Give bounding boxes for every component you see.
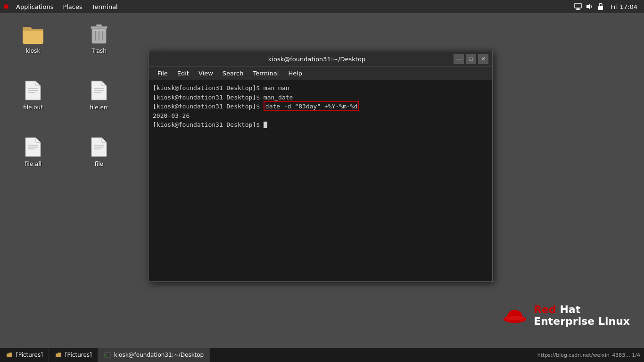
menu-view[interactable]: View xyxy=(194,69,218,78)
topbar-applications[interactable]: Applications xyxy=(11,2,58,11)
menu-edit[interactable]: Edit xyxy=(173,69,194,78)
file-all-icon xyxy=(22,136,44,158)
svg-marker-3 xyxy=(586,4,590,9)
terminal-title: kiosk@foundation31:~/Desktop xyxy=(181,56,453,63)
taskbar: [Pictures] [Pictures] $_ kiosk@foundatio… xyxy=(0,348,644,362)
taskbar-label-terminal: kiosk@foundation31:~/Desktop xyxy=(114,352,204,358)
terminal-cursor xyxy=(264,122,267,128)
file-icon xyxy=(88,136,110,158)
redhat-logo: Red Hat Enterprise Linux xyxy=(502,301,630,329)
terminal-line-1: [kiosk@foundation31 Desktop]$ man man xyxy=(153,83,488,93)
folder-small-icon-2 xyxy=(55,351,62,359)
desktop-icon-fileout[interactable]: file.out xyxy=(14,79,52,111)
terminal-titlebar: kiosk@foundation31:~/Desktop — □ ✕ xyxy=(149,51,492,66)
display-icon[interactable] xyxy=(574,2,582,11)
redhat-hat-icon xyxy=(502,301,528,329)
file-out-icon xyxy=(22,79,44,102)
trash-label: Trash xyxy=(90,47,108,55)
redhat-brand-bottom: Enterprise Linux xyxy=(534,315,630,327)
file-err-icon xyxy=(88,79,110,102)
topbar-terminal[interactable]: Terminal xyxy=(87,2,123,11)
desktop-icon-trash[interactable]: Trash xyxy=(80,23,118,55)
terminal-window: kiosk@foundation31:~/Desktop — □ ✕ File … xyxy=(149,51,493,282)
file-err-label: file.err xyxy=(88,104,109,111)
minimize-button[interactable]: — xyxy=(454,54,464,64)
topbar: Applications Places Terminal Fri 17:04 xyxy=(0,0,644,13)
desktop-icon-file[interactable]: file xyxy=(80,136,118,168)
kiosk-label: kiosk xyxy=(25,47,42,55)
taskbar-label-pictures-2: [Pictures] xyxy=(65,352,92,358)
taskbar-url: https://blog.csdn.net/weixin_4383... 1/4 xyxy=(537,352,644,358)
terminal-line-3: [kiosk@foundation31 Desktop]$ date -d "8… xyxy=(153,102,488,111)
lock-icon[interactable] xyxy=(596,2,605,11)
svg-rect-1 xyxy=(577,8,579,9)
topbar-places[interactable]: Places xyxy=(58,2,87,11)
terminal-small-icon: $_ xyxy=(104,351,111,359)
svg-point-27 xyxy=(505,316,524,320)
redhat-dot-icon xyxy=(4,4,8,9)
menu-search[interactable]: Search xyxy=(218,69,248,78)
close-button[interactable]: ✕ xyxy=(478,54,488,64)
desktop-icon-fileall[interactable]: file.all xyxy=(14,136,52,168)
menu-file[interactable]: File xyxy=(153,69,173,78)
desktop-icon-kiosk[interactable]: kiosk xyxy=(14,23,52,55)
folder-small-icon-1 xyxy=(6,351,13,359)
svg-rect-0 xyxy=(575,3,581,8)
terminal-menubar: File Edit View Search Terminal Help xyxy=(149,66,492,80)
taskbar-item-terminal[interactable]: $_ kiosk@foundation31:~/Desktop xyxy=(98,348,210,362)
taskbar-label-pictures-1: [Pictures] xyxy=(16,352,43,358)
terminal-body[interactable]: [kiosk@foundation31 Desktop]$ man man [k… xyxy=(149,80,492,281)
maximize-button[interactable]: □ xyxy=(466,54,476,64)
redhat-text: Red Hat Enterprise Linux xyxy=(534,304,630,327)
svg-rect-2 xyxy=(576,9,580,10)
taskbar-item-pictures-1[interactable]: [Pictures] xyxy=(0,348,49,362)
menu-help[interactable]: Help xyxy=(283,69,307,78)
desktop: kiosk Trash xyxy=(0,13,644,353)
file-out-label: file.out xyxy=(22,104,44,111)
topbar-time: Fri 17:04 xyxy=(608,3,640,10)
svg-rect-11 xyxy=(96,25,102,27)
terminal-line-5: [kiosk@foundation31 Desktop]$ xyxy=(153,120,488,130)
file-all-label: file.all xyxy=(23,160,43,168)
topbar-right: Fri 17:04 xyxy=(574,2,640,11)
svg-rect-4 xyxy=(598,6,603,10)
folder-icon xyxy=(22,23,44,45)
desktop-icon-fileerr[interactable]: file.err xyxy=(80,79,118,111)
taskbar-item-pictures-2[interactable]: [Pictures] xyxy=(49,348,98,362)
terminal-line-2: [kiosk@foundation31 Desktop]$ man_date xyxy=(153,93,488,102)
file-label: file xyxy=(93,160,105,168)
redhat-brand-top: Red Hat xyxy=(534,304,630,315)
topbar-left: Applications Places Terminal xyxy=(4,2,123,11)
trash-icon xyxy=(88,23,110,45)
svg-text:$_: $_ xyxy=(105,354,108,357)
menu-terminal[interactable]: Terminal xyxy=(248,69,283,78)
volume-icon[interactable] xyxy=(585,2,594,11)
terminal-line-4: 2020-03-26 xyxy=(153,111,488,121)
